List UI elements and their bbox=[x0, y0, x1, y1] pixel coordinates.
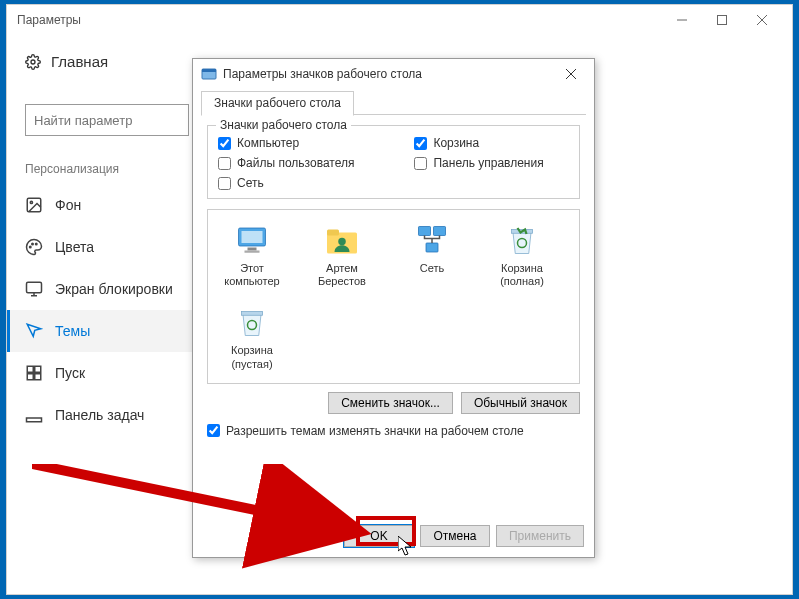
network-icon bbox=[414, 222, 450, 258]
checkbox-userfiles[interactable]: Файлы пользователя bbox=[218, 156, 354, 170]
taskbar-icon bbox=[25, 406, 43, 424]
icon-list[interactable]: Этот компьютер Артем Берестов Сеть Корзи… bbox=[207, 209, 580, 384]
sidebar-item-start[interactable]: Пуск bbox=[7, 352, 207, 394]
sidebar-item-colors[interactable]: Цвета bbox=[7, 226, 207, 268]
svg-rect-27 bbox=[327, 230, 339, 236]
sidebar-item-label: Пуск bbox=[55, 365, 85, 381]
dialog-icon bbox=[201, 66, 217, 82]
cancel-button[interactable]: Отмена bbox=[420, 525, 490, 547]
titlebar: Параметры bbox=[7, 5, 792, 35]
sidebar-item-label: Цвета bbox=[55, 239, 94, 255]
svg-point-7 bbox=[30, 246, 32, 248]
change-icon-button[interactable]: Сменить значок... bbox=[328, 392, 453, 414]
svg-rect-14 bbox=[35, 366, 41, 372]
svg-rect-17 bbox=[27, 418, 42, 422]
allow-themes-checkbox[interactable]: Разрешить темам изменять значки на рабоч… bbox=[207, 424, 580, 438]
checkbox-network[interactable]: Сеть bbox=[218, 176, 354, 190]
tab-desktop-icons[interactable]: Значки рабочего стола bbox=[201, 91, 354, 116]
pc-icon bbox=[234, 222, 270, 258]
svg-point-4 bbox=[31, 60, 35, 64]
dialog-close-button[interactable] bbox=[556, 59, 586, 89]
svg-rect-15 bbox=[27, 374, 33, 380]
checkbox-group: Значки рабочего стола Компьютер Файлы по… bbox=[207, 125, 580, 199]
search-input[interactable] bbox=[34, 113, 180, 128]
tab-strip: Значки рабочего стола bbox=[201, 89, 586, 115]
svg-point-8 bbox=[32, 243, 34, 245]
checkbox-computer[interactable]: Компьютер bbox=[218, 136, 354, 150]
themes-icon bbox=[25, 322, 43, 340]
svg-point-6 bbox=[30, 201, 32, 203]
sidebar: Главная Персонализация Фон Цвета Экран б… bbox=[7, 53, 207, 436]
partial-link[interactable]: а bbox=[587, 303, 782, 319]
dialog-titlebar: Параметры значков рабочего стола bbox=[193, 59, 594, 89]
checkbox-controlpanel[interactable]: Панель управления bbox=[414, 156, 543, 170]
gear-icon bbox=[25, 54, 41, 70]
icon-user-folder[interactable]: Артем Берестов bbox=[306, 222, 378, 288]
svg-point-9 bbox=[36, 243, 38, 245]
svg-rect-24 bbox=[248, 248, 257, 251]
icon-network[interactable]: Сеть bbox=[396, 222, 468, 288]
svg-rect-31 bbox=[426, 243, 438, 252]
group-label: Значки рабочего стола bbox=[216, 118, 351, 132]
svg-rect-1 bbox=[718, 16, 727, 25]
svg-rect-29 bbox=[419, 227, 431, 236]
palette-icon bbox=[25, 238, 43, 256]
sidebar-home-label: Главная bbox=[51, 53, 108, 70]
sidebar-item-label: Панель задач bbox=[55, 407, 144, 423]
svg-rect-16 bbox=[35, 374, 41, 380]
sidebar-home[interactable]: Главная bbox=[25, 53, 189, 70]
recycle-bin-full-icon bbox=[504, 222, 540, 258]
checkbox-recyclebin[interactable]: Корзина bbox=[414, 136, 543, 150]
apply-button[interactable]: Применить bbox=[496, 525, 584, 547]
svg-rect-23 bbox=[242, 231, 263, 243]
svg-rect-13 bbox=[27, 366, 33, 372]
user-folder-icon bbox=[324, 222, 360, 258]
dialog-title-text: Параметры значков рабочего стола bbox=[223, 67, 422, 81]
window-title: Параметры bbox=[17, 13, 81, 27]
sidebar-item-label: Темы bbox=[55, 323, 90, 339]
sidebar-item-taskbar[interactable]: Панель задач bbox=[7, 394, 207, 436]
icon-bin-full[interactable]: Корзина (полная) bbox=[486, 222, 558, 288]
sidebar-item-lockscreen[interactable]: Экран блокировки bbox=[7, 268, 207, 310]
desktop-icon-settings-dialog: Параметры значков рабочего стола Значки … bbox=[192, 58, 595, 558]
icon-bin-empty[interactable]: Корзина (пустая) bbox=[216, 304, 288, 370]
icon-this-pc[interactable]: Этот компьютер bbox=[216, 222, 288, 288]
svg-point-28 bbox=[338, 238, 346, 246]
recycle-bin-empty-icon bbox=[234, 304, 270, 340]
svg-rect-19 bbox=[202, 69, 216, 72]
svg-rect-10 bbox=[27, 282, 42, 293]
close-button[interactable] bbox=[742, 5, 782, 35]
sidebar-category: Персонализация bbox=[7, 154, 207, 184]
sidebar-item-background[interactable]: Фон bbox=[7, 184, 207, 226]
sidebar-item-label: Фон bbox=[55, 197, 81, 213]
svg-rect-25 bbox=[245, 251, 260, 253]
picture-icon bbox=[25, 196, 43, 214]
minimize-button[interactable] bbox=[662, 5, 702, 35]
monitor-icon bbox=[25, 280, 43, 298]
svg-rect-30 bbox=[434, 227, 446, 236]
svg-rect-34 bbox=[242, 312, 263, 316]
sidebar-item-themes[interactable]: Темы bbox=[7, 310, 207, 352]
start-icon bbox=[25, 364, 43, 382]
sidebar-item-label: Экран блокировки bbox=[55, 281, 173, 297]
search-input-wrapper[interactable] bbox=[25, 104, 189, 136]
maximize-button[interactable] bbox=[702, 5, 742, 35]
ok-button[interactable]: OK bbox=[344, 525, 414, 547]
default-icon-button[interactable]: Обычный значок bbox=[461, 392, 580, 414]
